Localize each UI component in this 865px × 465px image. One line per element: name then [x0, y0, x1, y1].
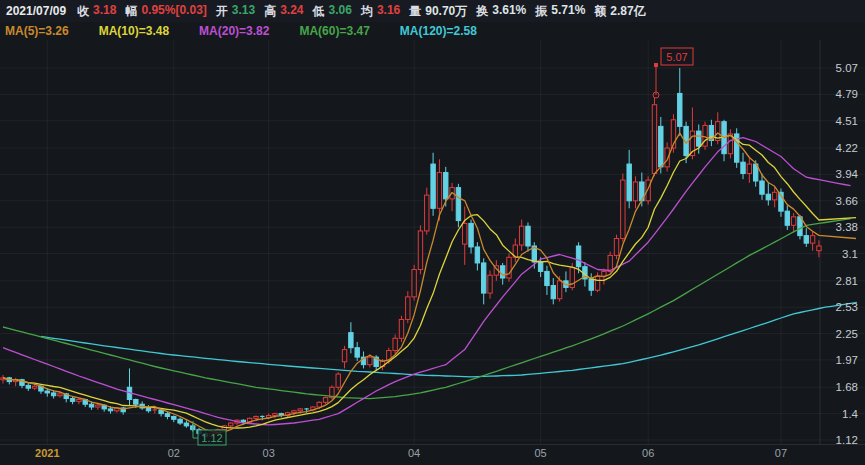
ma-legend-item-2[interactable]: MA(20)=3.82 [199, 24, 269, 38]
quote-field-value: 3.13 [232, 3, 255, 20]
candle-up [399, 319, 403, 338]
candle-up [32, 386, 36, 388]
x-axis-label-04: 04 [408, 447, 420, 459]
candle-up [418, 231, 422, 270]
candle-down [804, 236, 808, 244]
y-axis-label: 2.53 [836, 301, 858, 313]
candle-up [463, 223, 467, 244]
candle-up [77, 400, 81, 402]
candle-up [810, 236, 814, 244]
quote-field-7: 换3.61% [476, 3, 526, 20]
y-axis-label: 3.1 [842, 248, 858, 260]
ma-legend-item-4[interactable]: MA(120)=2.58 [400, 24, 477, 38]
candle-up [425, 195, 429, 231]
x-axis-label-2021: 2021 [35, 447, 59, 459]
candle-up [412, 270, 416, 297]
candle-up [342, 350, 346, 362]
x-axis-label-05: 05 [535, 447, 547, 459]
candle-down [538, 262, 542, 271]
candle-up [298, 409, 302, 411]
candle-down [697, 131, 701, 146]
candle-down [70, 399, 74, 402]
y-axis-label: 3.38 [836, 221, 858, 233]
candle-up [557, 281, 561, 299]
candle-down [482, 263, 486, 293]
candle-down [766, 194, 770, 200]
quote-field-label: 低 [313, 3, 325, 20]
candle-up [96, 405, 100, 407]
candle-up [519, 226, 523, 245]
candle-up [747, 164, 751, 173]
candle-up [393, 338, 397, 350]
quote-field-4: 低3.06 [313, 3, 352, 20]
candle-down [26, 385, 30, 388]
y-axis-label: 3.66 [836, 195, 858, 207]
candle-down [627, 164, 631, 201]
candle-up [595, 276, 599, 290]
candle-down [760, 181, 764, 194]
y-axis-label: 5.07 [836, 62, 858, 74]
candle-up [58, 394, 62, 396]
candle-up [621, 180, 625, 238]
candle-down [172, 416, 176, 419]
candle-down [475, 247, 479, 263]
y-axis-label: 2.81 [836, 275, 858, 287]
quote-field-5: 均3.16 [361, 3, 400, 20]
kline-chart[interactable]: 5.071.125.074.794.514.223.943.663.383.12… [0, 40, 865, 465]
y-axis-label: 4.22 [836, 142, 858, 154]
candle-down [89, 404, 93, 407]
ma-legend-item-0[interactable]: MA(5)=3.26 [5, 24, 69, 38]
candle-down [108, 409, 112, 411]
quote-field-label: 幅 [125, 3, 137, 20]
y-axis-label: 1.12 [836, 434, 858, 446]
candle-down [355, 348, 359, 357]
candle-up [791, 217, 795, 225]
candle-down [456, 188, 460, 221]
candle-down [45, 391, 49, 393]
x-axis-label-03: 03 [263, 447, 275, 459]
ma-legend-item-1[interactable]: MA(10)=3.48 [99, 24, 169, 38]
ma-line-ma10 [3, 135, 856, 428]
candle-down [545, 271, 549, 285]
candle-up [507, 257, 511, 278]
quote-field-label: 量 [409, 3, 421, 20]
candle-down [576, 246, 580, 267]
x-axis-label-06: 06 [642, 447, 654, 459]
y-axis-label: 1.4 [842, 408, 859, 420]
candle-down [241, 420, 245, 422]
candle-down [431, 164, 435, 208]
quote-field-1: 幅0.95%[0.03] [125, 3, 206, 20]
candle-up [229, 423, 233, 426]
candle-down [526, 226, 530, 246]
candle-up [633, 182, 637, 201]
quote-field-2: 开3.13 [216, 3, 255, 20]
quote-field-9: 额2.87亿 [594, 3, 645, 20]
quote-field-label: 开 [216, 3, 228, 20]
candle-up [437, 173, 441, 209]
quote-field-label: 均 [361, 3, 373, 20]
quote-field-value: 5.71% [551, 3, 585, 20]
candle-up [614, 238, 618, 255]
high-marker-label: 5.07 [666, 51, 687, 63]
candle-down [678, 93, 682, 126]
y-axis-label: 3.94 [836, 168, 859, 180]
candle-down [51, 393, 55, 396]
candle-up [254, 416, 258, 418]
quote-field-label: 振 [535, 3, 547, 20]
quote-field-label: 换 [476, 3, 488, 20]
kline-chart-area[interactable]: 5.071.125.074.794.514.223.943.663.383.12… [0, 40, 865, 465]
quote-field-value: 90.70万 [425, 3, 467, 20]
y-axis-label: 1.68 [836, 381, 858, 393]
ma-line-ma120 [41, 303, 857, 377]
quote-field-value: 0.95%[0.03] [141, 3, 206, 20]
candle-up [406, 297, 410, 320]
y-axis-label: 1.97 [836, 354, 858, 366]
quote-field-value: 3.61% [492, 3, 526, 20]
y-axis-label: 4.51 [836, 115, 858, 127]
candle-down [134, 400, 138, 405]
candle-up [602, 271, 606, 276]
quote-field-value: 2.87亿 [610, 3, 645, 20]
ma-legend-item-3[interactable]: MA(60)=3.47 [299, 24, 369, 38]
candle-down [589, 279, 593, 290]
quote-field-value: 3.06 [329, 3, 352, 20]
